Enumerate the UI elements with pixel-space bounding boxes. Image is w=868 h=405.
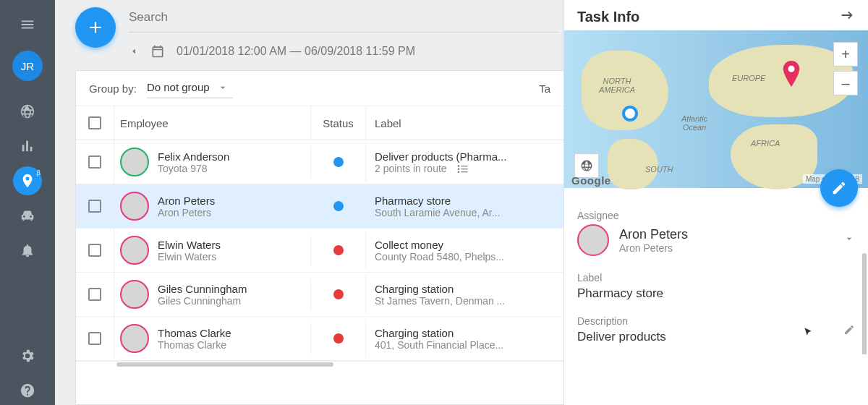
- cursor-icon: [803, 327, 813, 337]
- calendar-icon[interactable]: [150, 44, 165, 59]
- svg-point-6: [788, 66, 795, 72]
- table-row[interactable]: Elwin WatersElwin WatersCollect moneyCou…: [76, 229, 563, 273]
- svg-rect-3: [461, 169, 467, 169]
- row-checkbox[interactable]: [88, 332, 101, 345]
- map-label-af: AFRICA: [751, 139, 780, 148]
- edit-task-button[interactable]: [820, 169, 858, 207]
- description-value: Deliver products: [577, 330, 666, 344]
- col-header-label[interactable]: Label: [365, 107, 563, 140]
- map-zoom-in-button[interactable]: +: [833, 42, 858, 67]
- employee-sub: Thomas Clarke: [158, 339, 231, 351]
- add-button[interactable]: [75, 7, 116, 48]
- status-dot: [333, 157, 344, 167]
- task-info-panel: Task Info NORTH AMERICA EUROPE AFRICA SO…: [564, 0, 868, 405]
- employee-sub: Giles Cunningham: [158, 295, 247, 307]
- table-header: Employee Status Label: [76, 106, 563, 140]
- employee-avatar: [120, 280, 149, 309]
- map-marker-location: [622, 106, 638, 122]
- edit-description-button[interactable]: [843, 324, 855, 338]
- employee-avatar: [120, 236, 149, 265]
- date-prev-button[interactable]: [129, 46, 139, 56]
- horizontal-scrollbar[interactable]: [76, 361, 563, 367]
- table-row[interactable]: Felix AndersonToyota 978Deliver products…: [76, 140, 563, 184]
- employee-name: Felix Anderson: [158, 150, 229, 163]
- vertical-scrollbar[interactable]: [862, 253, 867, 354]
- map-label-sa: SOUTH: [645, 165, 673, 174]
- route-list-icon: [457, 164, 469, 173]
- help-icon[interactable]: [13, 376, 42, 405]
- tasks-icon[interactable]: β: [13, 166, 42, 195]
- row-checkbox[interactable]: [88, 155, 101, 169]
- map-pin-icon: [781, 61, 801, 87]
- description-label: Description: [577, 315, 666, 327]
- bell-icon[interactable]: [13, 236, 42, 265]
- group-by-select[interactable]: Do not group: [147, 78, 233, 98]
- status-dot: [333, 245, 344, 255]
- assignee-label: Assignee: [577, 210, 855, 221]
- row-label-sub: 401, South Financial Place...: [375, 339, 555, 351]
- row-label: Deliver products (Pharma...: [375, 150, 555, 163]
- employee-name: Giles Cunningham: [158, 283, 247, 295]
- map-zoom-out-button[interactable]: –: [833, 71, 858, 95]
- employee-avatar: [120, 324, 149, 353]
- chevron-down-icon: [843, 233, 855, 247]
- car-icon[interactable]: [13, 201, 42, 230]
- row-label: Charging station: [375, 283, 555, 295]
- select-all-checkbox[interactable]: [88, 116, 101, 129]
- beta-badge: β: [37, 169, 41, 176]
- svg-rect-5: [461, 171, 467, 172]
- label-value: Pharmacy store: [577, 286, 855, 301]
- employee-name: Thomas Clarke: [158, 327, 231, 339]
- date-range-text: 01/01/2018 12:00 AM — 06/09/2018 11:59 P…: [176, 45, 415, 58]
- row-label-sub: County Road 5480, Phelps...: [375, 251, 555, 263]
- row-label: Pharmacy store: [375, 195, 555, 207]
- collapse-panel-button[interactable]: [839, 7, 855, 26]
- map-label-eu: EUROPE: [732, 74, 765, 82]
- table-body: Felix AndersonToyota 978Deliver products…: [76, 140, 563, 361]
- row-label-sub: South Laramie Avenue, Ar...: [375, 207, 555, 218]
- employee-sub: Toyota 978: [158, 163, 229, 174]
- table-row[interactable]: Aron PetersAron PetersPharmacy storeSout…: [76, 184, 563, 229]
- map-label-ao: Atlantic Ocean: [681, 114, 707, 132]
- task-info-title: Task Info: [577, 9, 639, 25]
- table-row[interactable]: Thomas ClarkeThomas ClarkeCharging stati…: [76, 317, 563, 361]
- chevron-down-icon: [217, 82, 229, 93]
- assignee-avatar: [577, 224, 609, 256]
- search-input[interactable]: [129, 7, 558, 33]
- svg-point-2: [457, 168, 459, 170]
- svg-point-0: [457, 165, 459, 167]
- map-label-na: NORTH AMERICA: [599, 77, 635, 94]
- row-checkbox[interactable]: [88, 200, 101, 213]
- employee-sub: Aron Peters: [158, 207, 215, 218]
- globe-icon[interactable]: [13, 97, 42, 126]
- task-map[interactable]: NORTH AMERICA EUROPE AFRICA SOUTH Atlant…: [564, 30, 868, 188]
- svg-rect-1: [461, 166, 467, 166]
- col-header-employee[interactable]: Employee: [114, 107, 310, 140]
- employee-avatar: [120, 148, 149, 176]
- assignee-sub: Aron Peters: [619, 242, 688, 254]
- group-by-label: Group by:: [89, 82, 137, 95]
- map-brand: Google: [571, 174, 611, 187]
- main-area: 01/01/2018 12:00 AM — 06/09/2018 11:59 P…: [55, 0, 564, 405]
- employee-sub: Elwin Waters: [158, 251, 221, 263]
- row-label: Collect money: [375, 239, 555, 251]
- assignee-select[interactable]: Aron Peters Aron Peters: [577, 224, 855, 256]
- row-label-sub: 2 points in route: [375, 163, 555, 174]
- status-dot: [333, 201, 344, 211]
- table-row[interactable]: Giles CunninghamGiles CunninghamCharging…: [76, 273, 563, 317]
- employee-avatar: [120, 192, 149, 221]
- status-dot: [333, 289, 344, 299]
- menu-icon[interactable]: [13, 10, 42, 39]
- analytics-icon[interactable]: [13, 132, 42, 161]
- assignee-name: Aron Peters: [619, 227, 688, 242]
- employee-name: Elwin Waters: [158, 239, 221, 251]
- row-checkbox[interactable]: [88, 244, 101, 257]
- right-tab-truncated[interactable]: Ta: [539, 82, 550, 95]
- row-checkbox[interactable]: [88, 288, 101, 301]
- row-label: Charging station: [375, 327, 555, 339]
- row-label-sub: St James Tavern, Denman ...: [375, 295, 555, 307]
- col-header-status[interactable]: Status: [310, 107, 365, 140]
- gear-icon[interactable]: [13, 341, 42, 370]
- user-avatar[interactable]: JR: [12, 51, 43, 81]
- left-sidebar: JR β: [0, 0, 55, 405]
